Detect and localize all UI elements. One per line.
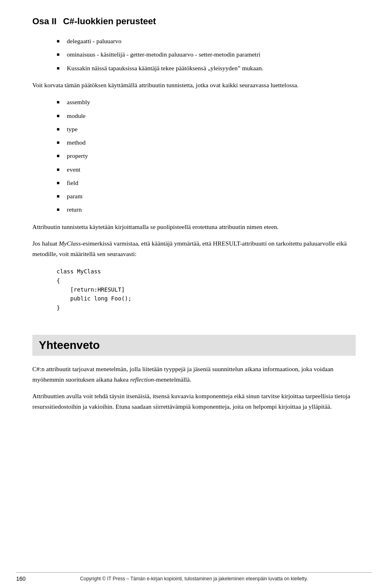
bullet-text: ominaisuus - käsittelijä - getter-metodi… <box>67 50 260 59</box>
list-item-module: module <box>57 111 356 120</box>
code-content: class MyClass { [return:HRESULT] public … <box>57 267 356 312</box>
list-item-assembly: assembly <box>57 97 356 107</box>
section-heading-box: Yhteenveto <box>32 335 356 356</box>
summary-paragraph-2: Attribuuttien avulla voit tehdä täysin i… <box>32 391 356 412</box>
chapter-title: Osa II C#-luokkien perusteet <box>32 16 356 27</box>
item-label: event <box>67 165 80 174</box>
list-item-event: event <box>57 165 356 174</box>
bullet-text: Kussakin näissä tapauksissa kääntäjä tek… <box>67 63 263 73</box>
copyright-text: Copyright © IT Press – Tämän e-kirjan ko… <box>80 576 308 582</box>
para3-before: Jos haluat <box>32 240 59 247</box>
footer-inner: 160 Copyright © IT Press – Tämän e-kirja… <box>16 572 372 582</box>
page-footer: 160 Copyright © IT Press – Tämän e-kirja… <box>0 572 388 588</box>
list-item-method: method <box>57 138 356 147</box>
paragraph-2: Attribuutin tunnistetta käytetään kirjoi… <box>32 222 356 232</box>
paragraph-1: Voit korvata tämän päätöksen käyttämällä… <box>32 80 356 90</box>
list-item-return: return <box>57 205 356 214</box>
section-heading: Yhteenveto <box>39 339 349 352</box>
part-label: Osa II <box>32 16 57 27</box>
item-label: field <box>67 178 78 187</box>
page-number: 160 <box>16 575 25 582</box>
item-label: method <box>67 138 86 147</box>
list-item-type: type <box>57 124 356 134</box>
intro-bullet-list: delegaatti - paluuarvo ominaisuus - käsi… <box>57 36 356 73</box>
list-item: Kussakin näissä tapauksissa kääntäjä tek… <box>57 63 356 73</box>
item-label: assembly <box>67 97 90 107</box>
item-label: type <box>67 124 78 134</box>
list-item-param: param <box>57 191 356 201</box>
bullet-text: delegaatti - paluuarvo <box>67 36 121 46</box>
main-bullet-list: assembly module type method property eve… <box>57 97 356 214</box>
paragraph-3: Jos haluat MyClass-esimerkissä varmistaa… <box>32 238 356 259</box>
summary-italic: reflection <box>130 376 154 383</box>
item-label: return <box>67 205 82 214</box>
item-label: param <box>67 191 82 201</box>
summary-after: -menetelmällä. <box>154 376 192 383</box>
list-item: delegaatti - paluuarvo <box>57 36 356 46</box>
list-item: ominaisuus - käsittelijä - getter-metodi… <box>57 50 356 59</box>
item-label: property <box>67 151 88 160</box>
summary-paragraph-1: C#:n attribuutit tarjoavat menetelmän, j… <box>32 364 356 384</box>
code-block: class MyClass { [return:HRESULT] public … <box>57 267 356 312</box>
para3-italic: MyClass <box>59 240 80 247</box>
item-label: module <box>67 111 86 120</box>
list-item-field: field <box>57 178 356 187</box>
chapter-header: Osa II C#-luokkien perusteet <box>32 16 356 27</box>
list-item-property: property <box>57 151 356 160</box>
page-container: Osa II C#-luokkien perusteet delegaatti … <box>0 0 388 450</box>
chapter-title-text: C#-luokkien perusteet <box>63 16 156 27</box>
